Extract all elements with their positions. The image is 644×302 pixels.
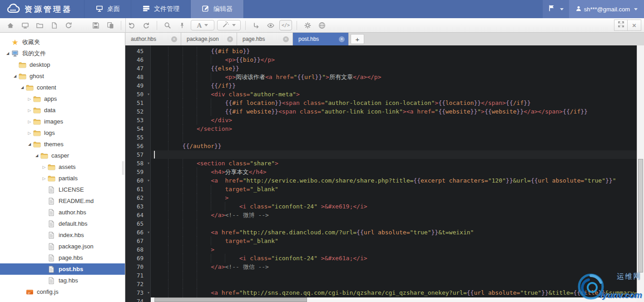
desktop-view-icon[interactable] [19,20,31,31]
app-logo[interactable]: 资源管理器 [0,0,84,18]
fold-arrow-icon[interactable]: ▾ [148,90,149,99]
horizontal-scrollbar[interactable] [151,297,637,302]
tree-item-post.hbs[interactable]: post.hbs [0,263,125,275]
code-line-68[interactable]: > [151,245,637,254]
tree-item-package.json[interactable]: package.json [0,241,125,252]
copy-icon[interactable] [104,20,116,31]
code-line-49[interactable]: {{/if}} [151,81,637,90]
vertical-scrollbar[interactable] [637,45,644,302]
tree-item-[interactable]: ★收藏夹 [0,36,125,48]
vertical-scrollbar-thumb[interactable] [638,159,643,272]
tree-item-images[interactable]: ▷images [0,116,125,127]
search-icon[interactable] [162,20,173,31]
code-line-57[interactable] [151,150,637,159]
panel-splitter[interactable] [122,161,124,175]
tree-item-author.hbs[interactable]: author.hbs [0,207,125,218]
format-button[interactable] [217,20,241,30]
code-line-62[interactable]: > [151,193,637,202]
code-line-45[interactable]: {{#if bio}} [151,47,637,55]
editor-tab-package.json[interactable]: package.json× [181,33,237,45]
tree-item-casper[interactable]: ◢casper [0,150,125,161]
fold-arrow-icon[interactable]: ▾ [148,176,149,185]
save-icon[interactable] [90,20,102,31]
collapse-arrow-icon[interactable]: ◢ [5,51,11,55]
folder-open-icon[interactable] [34,20,45,31]
collapse-arrow-icon[interactable]: ◢ [26,142,33,146]
code-area[interactable]: {{#if bio}} <p>{{bio}}</p> {{else}} <p>阅… [151,45,637,302]
code-line-58[interactable]: <section class="share"> [151,159,637,168]
tree-item-README.md[interactable]: README.md [0,195,125,207]
tree-item-default.hbs[interactable]: default.hbs [0,218,125,229]
font-button[interactable]: A [191,20,214,30]
code-line-69[interactable]: <i class="iconfont-24" >&#xe61a;</i> [151,254,637,262]
code-editor[interactable]: 454647484950▾5152535455565758▾5960▾61626… [125,45,644,302]
fullscreen-button[interactable] [614,20,628,31]
settings-gear-icon[interactable] [302,20,313,31]
refresh-icon[interactable] [63,20,74,31]
tree-item-content[interactable]: ◢content [0,82,125,93]
expand-arrow-icon[interactable]: ▷ [41,165,47,169]
menu-editor[interactable]: 编辑器 [191,0,244,18]
tree-item-themes[interactable]: ◢themes [0,139,125,150]
close-button[interactable]: × [628,20,641,31]
tree-item-page.hbs[interactable]: page.hbs [0,252,125,263]
expand-arrow-icon[interactable]: ▷ [26,97,33,101]
code-line-67[interactable]: target="_blank" [151,237,637,245]
language-flag-button[interactable] [543,0,569,18]
tab-close-icon[interactable]: × [283,36,289,42]
code-line-70[interactable]: </a><!-- 微信 --> [151,262,637,271]
globe-icon[interactable] [316,20,328,31]
code-line-46[interactable]: <p>{{bio}}</p> [151,55,637,64]
tree-item-assets[interactable]: ▷assets [0,161,125,173]
code-line-72[interactable] [151,280,637,288]
code-line-63[interactable]: <i class="iconfont-24" >&#xe619;</i> [151,202,637,211]
code-line-53[interactable]: </div> [151,116,637,124]
code-line-55[interactable] [151,133,637,142]
tab-close-icon[interactable]: × [339,36,345,42]
code-line-73[interactable]: <a href="http://sns.qzone.qq.com/cgi-bin… [151,288,637,297]
code-view-toggle[interactable]: </> [279,20,292,30]
editor-tab-page.hbs[interactable]: page.hbs× [237,33,293,45]
editor-tab-post.hbs[interactable]: post.hbs× [293,33,349,45]
user-account-button[interactable]: sh***@gmail.com [569,0,644,18]
fold-arrow-icon[interactable]: ▾ [148,159,149,168]
expand-arrow-icon[interactable]: ▷ [26,119,33,124]
fold-arrow-icon[interactable]: ▾ [148,288,149,297]
code-line-54[interactable]: </section> [151,124,637,133]
collapse-arrow-icon[interactable]: ◢ [12,74,18,78]
collapse-arrow-icon[interactable]: ◢ [19,85,25,89]
fold-arrow-icon[interactable]: ▾ [148,228,149,237]
tree-item-data[interactable]: ▷data [0,104,125,116]
tree-item-config.js[interactable]: config.js [0,286,125,297]
tree-item-logs[interactable]: ▷logs [0,127,125,139]
home-icon[interactable] [5,20,16,31]
wrap-icon[interactable] [250,20,262,31]
code-line-59[interactable]: <h4>分享本文</h4> [151,168,637,176]
code-line-50[interactable]: <div class="author-meta"> [151,90,637,99]
code-line-60[interactable]: <a href="http://service.weibo.com/share/… [151,176,637,185]
horizontal-scrollbar-thumb[interactable] [154,297,307,302]
editor-tab-author.hbs[interactable]: author.hbs× [125,33,181,45]
tree-item-apps[interactable]: ▷apps [0,93,125,104]
code-line-47[interactable]: {{else}} [151,64,637,73]
redo-icon[interactable] [140,20,152,31]
tree-item-tag.hbs[interactable]: tag.hbs [0,275,125,286]
pin-icon[interactable] [176,20,188,31]
tree-item-desktop[interactable]: desktop [0,59,125,70]
code-line-64[interactable]: </a><!-- 微博 --> [151,211,637,219]
code-line-66[interactable]: <a href="http://share.diancloud.com/?url… [151,228,637,237]
code-line-51[interactable]: {{#if location}}<span class="author-loca… [151,99,637,107]
expand-arrow-icon[interactable]: ▷ [41,176,47,181]
undo-icon[interactable] [126,20,138,31]
new-file-icon[interactable] [48,20,60,31]
code-line-52[interactable]: {{#if website}}<span class="author-link … [151,107,637,116]
code-line-65[interactable] [151,219,637,228]
code-line-71[interactable] [151,271,637,280]
menu-file-manager[interactable]: 文件管理 [131,0,191,18]
expand-arrow-icon[interactable]: ▷ [26,131,33,135]
tree-item-ghost[interactable]: ◢ghost [0,70,125,82]
code-line-48[interactable]: <p>阅读该作者<a href="{{url}}">所有文章</a></p> [151,73,637,81]
tree-item-partials[interactable]: ▷partials [0,173,125,184]
menu-desktop[interactable]: 桌面 [84,0,131,18]
tree-item-index.hbs[interactable]: index.hbs [0,229,125,241]
